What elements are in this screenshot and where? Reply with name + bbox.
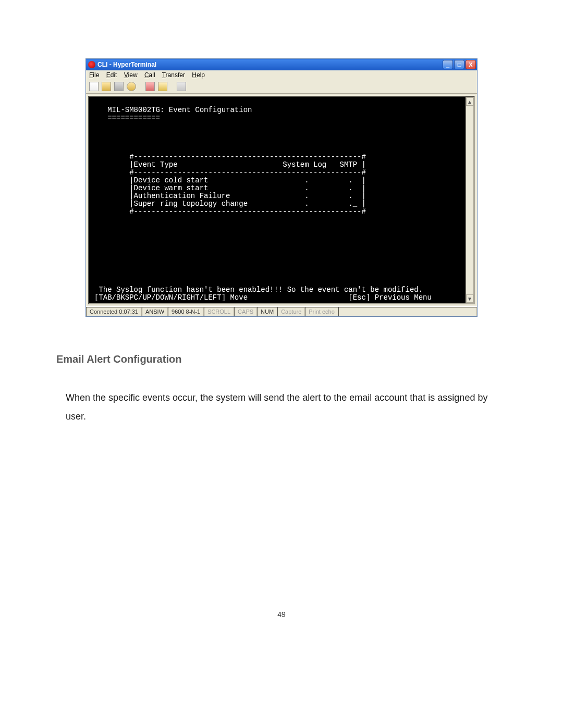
status-baud: 9600 8-N-1 (168, 307, 204, 316)
maximize-button[interactable]: □ (454, 60, 464, 69)
minimize-button[interactable]: _ (443, 60, 453, 69)
section-paragraph: When the specific events occur, the syst… (66, 388, 507, 426)
properties-icon[interactable] (127, 82, 136, 91)
status-echo: Print echo (305, 307, 338, 316)
hyperterminal-window: CLI - HyperTerminal _ □ X FFileile EditE… (85, 58, 478, 317)
terminal-output: MIL-SM8002TG: Event Configuration ======… (88, 96, 475, 304)
section-heading: Email Alert Configuration (56, 353, 507, 365)
vertical-scrollbar[interactable]: ▲ ▼ (466, 97, 474, 303)
disconnect-icon[interactable] (145, 82, 155, 91)
menu-bar: FFileile EditEdit ViewView CallCall Tran… (86, 70, 477, 80)
page-number: 49 (0, 610, 563, 619)
menu-help[interactable]: HelpHelp (192, 71, 205, 79)
status-caps: CAPS (234, 307, 257, 316)
toolbar (86, 80, 477, 94)
new-icon[interactable] (89, 82, 99, 91)
close-button[interactable]: X (466, 60, 476, 69)
status-capture: Capture (277, 307, 305, 316)
scroll-down-icon[interactable]: ▼ (466, 294, 473, 303)
status-bar: Connected 0:07:31 ANSIW 9600 8-N-1 SCROL… (86, 306, 477, 316)
menu-edit[interactable]: EditEdit (106, 71, 117, 79)
menu-call[interactable]: CallCall (144, 71, 155, 79)
status-emulation: ANSIW (142, 307, 168, 316)
title-bar: CLI - HyperTerminal _ □ X (86, 59, 477, 70)
menu-transfer[interactable]: TransferTransfer (162, 71, 185, 79)
print-icon[interactable] (114, 82, 124, 91)
status-scroll: SCROLL (204, 307, 234, 316)
connect-icon[interactable] (158, 82, 167, 91)
open-icon[interactable] (102, 82, 111, 91)
status-connected: Connected 0:07:31 (86, 307, 142, 316)
window-title: CLI - HyperTerminal (97, 61, 156, 68)
app-icon (88, 61, 95, 68)
scroll-up-icon[interactable]: ▲ (466, 97, 473, 106)
menu-file[interactable]: FFileile (89, 71, 99, 79)
menu-view[interactable]: ViewView (124, 71, 138, 79)
settings-icon[interactable] (177, 82, 186, 91)
status-num: NUM (257, 307, 277, 316)
